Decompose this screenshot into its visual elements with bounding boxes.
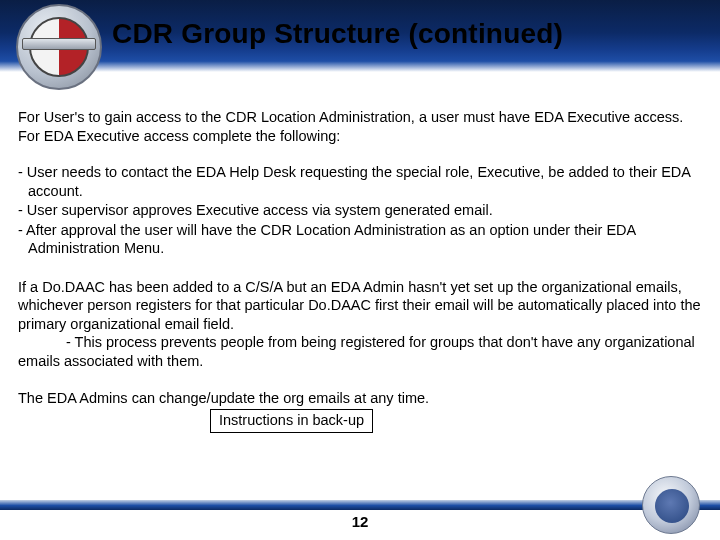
paragraph-2-main: If a Do.DAAC has been added to a C/S/A b… — [18, 279, 701, 332]
org-seal-icon — [16, 4, 102, 90]
paragraph-2: If a Do.DAAC has been added to a C/S/A b… — [18, 278, 702, 371]
instructions-box: Instructions in back-up — [210, 409, 373, 433]
intro-paragraph: For User's to gain access to the CDR Loc… — [18, 108, 702, 145]
paragraph-3: The EDA Admins can change/update the org… — [18, 389, 702, 408]
page-number: 12 — [0, 513, 720, 530]
bullet-item: - After approval the user will have the … — [18, 221, 702, 258]
slide-title: CDR Group Structure (continued) — [112, 18, 708, 50]
slide: CDR Group Structure (continued) For User… — [0, 0, 720, 540]
slide-body: For User's to gain access to the CDR Loc… — [18, 108, 702, 433]
bullet-list: - User needs to contact the EDA Help Des… — [18, 163, 702, 258]
paragraph-2-sub: - This process prevents people from bein… — [18, 334, 695, 369]
bullet-item: - User supervisor approves Executive acc… — [18, 201, 702, 220]
bullet-item: - User needs to contact the EDA Help Des… — [18, 163, 702, 200]
dod-seal-icon: ★ — [642, 476, 700, 534]
footer-divider — [0, 500, 720, 510]
